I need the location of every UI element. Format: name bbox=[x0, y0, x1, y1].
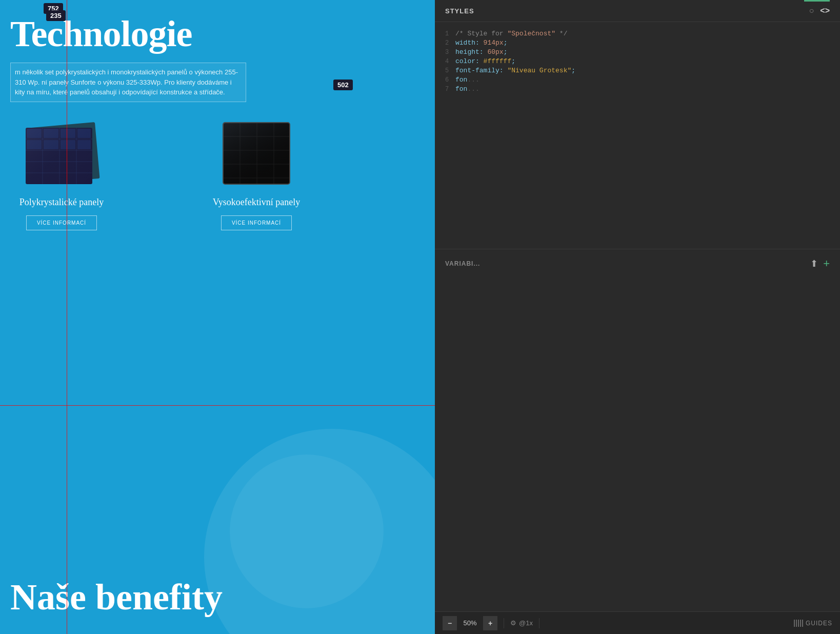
panel-2-more-info-button[interactable]: VÍCE INFORMACÍ bbox=[221, 215, 292, 230]
code-line-7: 7 fon... bbox=[445, 85, 830, 93]
zoom-minus-button[interactable]: − bbox=[443, 616, 457, 630]
panel-1-title: Polykrystalické panely bbox=[19, 197, 104, 208]
code-area: 1 /* Style for "Společnost" */ 2 width: … bbox=[435, 22, 840, 102]
measurement-badge-502: 502 bbox=[333, 80, 353, 90]
variables-add-button[interactable]: + bbox=[823, 257, 830, 270]
code-line-3: 3 height: 60px; bbox=[445, 48, 830, 56]
variables-section: VARIABI... ⬆ + bbox=[435, 249, 840, 283]
code-line-2: 2 width: 914px; bbox=[445, 39, 830, 47]
variables-upload-button[interactable]: ⬆ bbox=[810, 257, 818, 270]
panel-2-title: Vysokoefektivní panely bbox=[213, 197, 300, 208]
zoom-value: 50% bbox=[461, 619, 479, 627]
panel-top-accent bbox=[804, 0, 830, 2]
panel-item-2: Vysokoefektivní panely VÍCE INFORMACÍ bbox=[205, 117, 308, 230]
styles-panel: STYLES ○ <> 1 /* Style for "Společnost" … bbox=[435, 0, 840, 634]
page-description: m několik set polykrystalických i monokr… bbox=[10, 63, 246, 102]
code-line-4: 4 color: #ffffff; bbox=[445, 57, 830, 65]
red-guideline-horizontal bbox=[0, 405, 435, 406]
toolbar-divider-2 bbox=[539, 618, 539, 628]
at1x-label: @1x bbox=[519, 619, 533, 627]
panel-1-more-info-button[interactable]: VÍCE INFORMACÍ bbox=[26, 215, 97, 230]
red-guideline-vertical bbox=[67, 0, 67, 634]
panel-header-title: STYLES bbox=[445, 7, 474, 15]
code-line-1: 1 /* Style for "Společnost" */ bbox=[445, 30, 830, 37]
solar-panel-image-1 bbox=[21, 117, 103, 189]
canvas-area: 235 502 Technologie m několik set polykr… bbox=[0, 0, 435, 634]
measurement-badge-235: 235 bbox=[46, 10, 66, 21]
settings-gear-icon: ⚙ bbox=[510, 619, 516, 627]
svg-rect-27 bbox=[223, 123, 290, 184]
section-title-bottom: Naše benefity bbox=[10, 576, 223, 619]
code-toggle-icon[interactable]: <> bbox=[820, 6, 830, 15]
panel-header-icons: ○ <> bbox=[809, 6, 830, 15]
guides-button[interactable]: GUIDES bbox=[794, 620, 832, 627]
variables-actions: ⬆ + bbox=[810, 257, 830, 270]
panel-item-1: 752 bbox=[10, 117, 113, 230]
variables-title: VARIABI... bbox=[445, 260, 480, 267]
solar-panel-image-2 bbox=[215, 117, 297, 189]
settings-1x-button[interactable]: ⚙ @1x bbox=[510, 619, 533, 627]
svg-rect-17 bbox=[26, 128, 92, 184]
eye-icon[interactable]: ○ bbox=[809, 6, 814, 15]
code-line-5: 5 font-family: "Niveau Grotesk"; bbox=[445, 67, 830, 74]
guides-label: GUIDES bbox=[806, 620, 832, 627]
panel-header: STYLES ○ <> bbox=[435, 0, 840, 22]
panels-section: 752 bbox=[10, 117, 425, 230]
zoom-plus-button[interactable]: + bbox=[483, 616, 497, 630]
guides-lines-icon bbox=[794, 620, 803, 627]
bottom-toolbar: − 50% + ⚙ @1x GUIDES bbox=[435, 611, 840, 634]
code-line-6: 6 fon... bbox=[445, 76, 830, 84]
variables-header: VARIABI... ⬆ + bbox=[445, 257, 830, 270]
page-title: Technologie bbox=[10, 15, 425, 52]
toolbar-divider-1 bbox=[504, 618, 504, 628]
